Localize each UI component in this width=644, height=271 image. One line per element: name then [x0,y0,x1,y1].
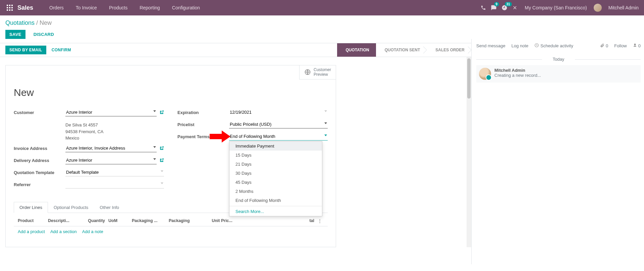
dropdown-option[interactable]: 21 Days [229,160,322,169]
phone-icon[interactable] [481,5,486,10]
messages-badge: 9 [494,2,499,6]
top-menu: Orders To Invoice Products Reporting Con… [43,0,206,15]
top-navbar: Sales Orders To Invoice Products Reporti… [0,0,644,15]
col-packaging: Packaging [169,218,206,223]
breadcrumb: Quotations / New [5,19,639,26]
dropdown-option[interactable]: 30 Days [229,169,322,178]
external-link-icon[interactable] [159,110,164,115]
menu-reporting[interactable]: Reporting [133,0,166,15]
user-name[interactable]: Mitchell Admin [608,5,639,10]
customer-preview-button[interactable]: Customer Preview [299,65,336,79]
col-total: tal [236,218,318,223]
breadcrumb-current: New [40,19,52,26]
payment-terms-label: Payment Terms [177,132,229,139]
chevron-down-icon[interactable] [324,122,327,124]
tab-optional-products[interactable]: Optional Products [48,202,94,213]
svg-rect-1 [9,5,10,6]
attachments-button[interactable]: 0 [600,43,608,49]
message-body: Creating a new record... [494,73,541,78]
external-link-icon[interactable] [159,146,164,151]
activities-icon[interactable]: 31 [501,5,507,11]
col-unit-price: Unit Pric... [206,218,236,223]
svg-rect-4 [9,7,10,8]
menu-to-invoice[interactable]: To Invoice [70,0,103,15]
svg-rect-6 [7,9,8,11]
chevron-down-icon[interactable] [153,110,156,112]
dropdown-option[interactable]: End of Following Month [229,196,322,205]
svg-rect-7 [9,9,10,11]
chevron-down-icon[interactable] [324,134,327,136]
status-quotation[interactable]: QUOTATION [337,43,376,57]
chevron-down-icon[interactable] [153,158,156,160]
follow-button[interactable]: Follow [614,43,627,48]
svg-rect-0 [7,5,8,6]
dropdown-option[interactable]: 45 Days [229,178,322,187]
menu-configuration[interactable]: Configuration [166,0,206,15]
app-brand[interactable]: Sales [17,4,33,11]
dropdown-option[interactable]: 2 Months [229,187,322,196]
add-section-link[interactable]: Add a section [50,229,77,234]
activities-badge: 31 [505,2,512,6]
delivery-address-field[interactable] [65,156,157,164]
message-avatar [479,68,491,80]
customer-address: De Silva St 4557 94538 Fremont, CA Mexic… [65,122,164,142]
control-panel: Quotations / New SAVE DISCARD [0,15,644,39]
save-button[interactable]: SAVE [5,30,25,39]
quotation-template-field[interactable] [65,168,164,176]
chatter-message: Mitchell Admin Creating a new record... [476,65,641,83]
globe-icon [304,69,311,75]
send-message-link[interactable]: Send message [476,43,505,48]
tab-order-lines[interactable]: Order Lines [14,202,48,213]
status-quotation-sent[interactable]: QUOTATION SENT [376,43,427,57]
breadcrumb-root[interactable]: Quotations [5,19,35,26]
customer-label: Customer [14,108,65,115]
payment-terms-field[interactable] [229,132,328,141]
send-by-email-button[interactable]: SEND BY EMAIL [5,46,46,54]
log-note-link[interactable]: Log note [512,43,529,48]
dropdown-search-more[interactable]: Search More... [229,206,322,216]
chevron-down-icon[interactable] [161,170,163,172]
chevron-down-icon[interactable] [161,182,163,184]
chevron-down-icon[interactable] [324,110,327,112]
kebab-icon[interactable]: ⋮ [318,218,324,223]
scrollbar-thumb[interactable] [467,58,471,99]
dropdown-option[interactable]: Immediate Payment [229,142,322,151]
debug-icon[interactable] [512,5,518,10]
expiration-field[interactable] [229,108,328,116]
discard-button[interactable]: DISCARD [30,30,58,39]
scrollbar-track[interactable] [467,57,471,247]
dropdown-option[interactable]: 15 Days [229,151,322,160]
col-description: Descripti... [48,218,78,223]
referrer-field[interactable] [65,180,164,188]
tab-other-info[interactable]: Other Info [94,202,125,213]
customer-preview-label: Customer Preview [314,67,331,77]
menu-orders[interactable]: Orders [43,0,70,15]
message-author: Mitchell Admin [494,68,541,73]
messages-icon[interactable]: 9 [491,5,497,11]
record-title: New [14,87,336,98]
pricelist-field[interactable] [229,120,328,128]
col-quantity: Quantity [78,218,108,223]
svg-rect-3 [7,7,8,8]
user-avatar[interactable] [594,4,602,12]
col-packaging-qty: Packaging ... [132,218,169,223]
invoice-address-field[interactable] [65,144,157,152]
add-product-link[interactable]: Add a product [18,229,45,234]
chevron-down-icon[interactable] [153,146,156,148]
add-note-link[interactable]: Add a note [82,229,103,234]
form-sheet: Customer Preview New Customer [5,65,336,247]
user-icon [633,43,637,48]
followers-button[interactable]: 0 [633,43,641,48]
menu-products[interactable]: Products [103,0,133,15]
payment-terms-dropdown: Immediate Payment 15 Days 21 Days 30 Day… [229,141,322,216]
external-link-icon[interactable] [159,158,164,163]
confirm-button[interactable]: CONFIRM [48,46,75,54]
today-divider: Today [476,57,641,62]
company-switcher[interactable]: My Company (San Francisco) [525,5,587,10]
apps-icon[interactable] [7,5,13,11]
customer-field[interactable] [65,108,157,116]
svg-rect-2 [11,5,13,6]
clock-icon [534,43,539,49]
status-sales-order[interactable]: SALES ORDER [427,43,471,57]
schedule-activity-link[interactable]: Schedule activity [534,43,573,49]
